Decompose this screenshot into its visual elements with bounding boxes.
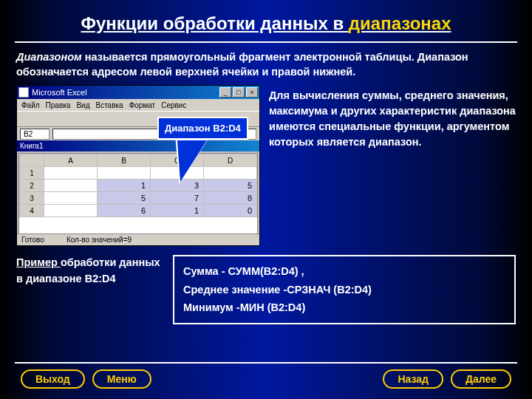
nav-bar: Выход Меню Назад Далее [0, 369, 532, 389]
formula-line: Среднее значение -СРЗНАЧ (B2:D4) [183, 281, 505, 299]
menu-item[interactable]: Вставка [95, 101, 123, 109]
menu-item[interactable]: Вид [76, 101, 89, 109]
cell[interactable] [44, 192, 98, 205]
formulas-box: Сумма - СУММ(B2:D4) , Среднее значение -… [173, 255, 516, 324]
app-title: Microsoft Excel [32, 88, 87, 97]
next-button[interactable]: Далее [451, 369, 511, 389]
workbook-title: Книга1 [17, 140, 259, 151]
formula-line: Минимум -МИН (B2:D4) [183, 299, 505, 317]
title-part1: Функции обработки данных в [81, 13, 349, 33]
divider-bottom [15, 362, 517, 364]
name-box[interactable]: B2 [20, 129, 50, 140]
exit-button[interactable]: Выход [21, 369, 85, 389]
corner-header[interactable] [20, 154, 44, 167]
menu-bar: Файл Правка Вид Вставка Формат Сервис [17, 99, 259, 111]
col-header[interactable]: B [98, 154, 151, 167]
col-header[interactable]: D [204, 154, 257, 167]
close-button[interactable]: × [246, 87, 258, 98]
toolbar-button[interactable] [64, 112, 77, 126]
app-icon [18, 87, 29, 98]
cell-selected[interactable]: 5 [204, 180, 257, 192]
toolbar-button[interactable] [93, 112, 106, 126]
toolbar-button[interactable] [78, 112, 92, 126]
cell-selected[interactable]: 1 [151, 205, 204, 217]
menu-item[interactable]: Сервис [161, 101, 186, 109]
status-bar: Готово Кол-во значений=9 [17, 233, 259, 245]
toolbar-button[interactable] [49, 112, 62, 126]
cell-selected[interactable]: 1 [98, 180, 151, 192]
menu-item[interactable]: Файл [21, 101, 40, 109]
example-label: Пример обработки данных в диапазоне B2:D… [16, 255, 164, 287]
formula-line: Сумма - СУММ(B2:D4) , [183, 262, 505, 281]
excel-screenshot: Microsoft Excel _ □ × Файл Правка Вид Вс… [16, 85, 260, 246]
row-header[interactable]: 2 [20, 180, 44, 192]
window-titlebar: Microsoft Excel _ □ × [17, 86, 259, 99]
row-header[interactable]: 4 [20, 205, 44, 217]
cell[interactable] [44, 167, 98, 180]
description-text: Для вычисления суммы, среднего значения,… [269, 85, 516, 246]
cell-selected[interactable]: 0 [204, 205, 257, 217]
toolbar-button[interactable] [34, 112, 47, 126]
row-header[interactable]: 3 [20, 192, 44, 205]
cell-selected[interactable]: 8 [204, 192, 257, 205]
cell-selected[interactable]: 5 [98, 192, 151, 205]
status-ready: Готово [21, 236, 44, 244]
page-title: Функции обработки данных в диапазонах [81, 13, 451, 34]
title-part2: диапазонах [349, 13, 451, 33]
row-header[interactable]: 1 [20, 167, 44, 180]
intro-term: Диапазоном [16, 51, 85, 63]
menu-item[interactable]: Правка [46, 101, 71, 109]
minimize-button[interactable]: _ [219, 87, 231, 98]
status-count: Кол-во значений=9 [66, 236, 132, 244]
toolbar-button[interactable] [19, 112, 33, 126]
menu-button[interactable]: Меню [92, 369, 151, 389]
cell[interactable] [204, 167, 257, 180]
cell[interactable] [44, 180, 98, 192]
example-underline: Пример [16, 256, 61, 268]
range-callout: Диапазон B2:D4 [157, 117, 248, 140]
menu-item[interactable]: Формат [129, 101, 156, 109]
cell-selected[interactable]: 7 [151, 192, 204, 205]
maximize-button[interactable]: □ [233, 87, 245, 98]
cell[interactable] [44, 205, 98, 217]
back-button[interactable]: Назад [383, 369, 443, 389]
grid: A B C D 1 2 1 3 5 [19, 154, 257, 217]
spreadsheet: A B C D 1 2 1 3 5 [18, 153, 258, 234]
intro-text: Диапазоном называется прямоугольный фраг… [0, 43, 532, 83]
cell[interactable] [98, 167, 151, 180]
cell-selected[interactable]: 6 [98, 205, 151, 217]
col-header[interactable]: A [44, 154, 98, 167]
